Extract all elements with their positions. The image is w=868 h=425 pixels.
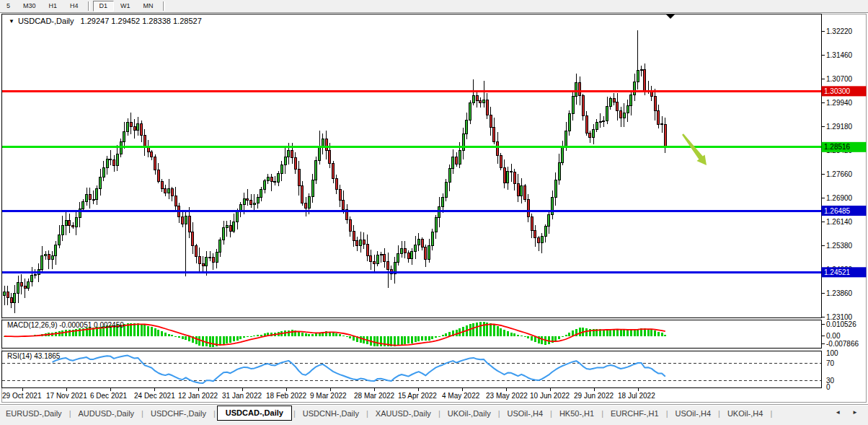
price-tick-label: 1.27660 xyxy=(826,170,853,178)
candle-body xyxy=(401,248,403,254)
candle-body xyxy=(363,240,365,245)
candle-body xyxy=(253,203,255,204)
price-tag-label: 1.26485 xyxy=(824,207,851,215)
period-mn-button[interactable]: MN xyxy=(137,1,160,12)
candle-body xyxy=(654,96,656,110)
price-tag-label: 1.24521 xyxy=(824,268,851,276)
candle-body xyxy=(445,183,447,198)
candle-body xyxy=(585,116,588,133)
tab-xauusd-daily[interactable]: XAUUSD-,Daily xyxy=(370,408,437,419)
chart-dropdown-icon[interactable]: ▼ xyxy=(9,18,14,25)
chart-canvas[interactable]: 1.322201.314601.307001.299401.291801.284… xyxy=(0,13,868,404)
candle-body xyxy=(55,245,57,255)
tab-separator: | xyxy=(68,408,73,419)
candle-body xyxy=(171,188,173,196)
candle-body xyxy=(637,70,639,82)
candle-body xyxy=(72,225,74,227)
tab-ukoil-daily[interactable]: UKOil-,Daily xyxy=(442,408,497,419)
tab-ukoil-h4[interactable]: UKOil-,H4 xyxy=(722,408,769,419)
candle-body xyxy=(82,202,84,209)
candle-body xyxy=(531,216,533,231)
macd-values: -0.000051 0.002450 xyxy=(59,321,124,329)
tab-separator: | xyxy=(437,408,442,419)
candle-body xyxy=(113,160,115,166)
candle-body xyxy=(45,254,47,255)
candle-body xyxy=(250,200,252,204)
period-d1-button[interactable]: D1 xyxy=(93,1,115,12)
tab-separator: | xyxy=(140,408,145,419)
tab-usoil-h4[interactable]: USOil-,H4 xyxy=(502,408,549,419)
candle-body xyxy=(92,200,94,201)
candle-body xyxy=(442,197,444,206)
rsi-axis-label: 100 xyxy=(826,349,838,357)
period-m30-button[interactable]: M30 xyxy=(17,1,43,12)
candle-body xyxy=(376,255,378,264)
candle-body xyxy=(425,247,427,259)
candle-body xyxy=(99,178,102,188)
candle-body xyxy=(10,297,12,303)
candle-body xyxy=(325,139,327,150)
candle-body xyxy=(507,171,509,183)
candle-body xyxy=(192,232,194,246)
tab-eurusd-daily[interactable]: EURUSD-,Daily xyxy=(0,408,68,419)
toolbar-separator xyxy=(88,1,90,11)
candle-body xyxy=(353,231,355,240)
candle-body xyxy=(257,197,259,203)
candle-body xyxy=(161,181,163,189)
tab-usdcnh-daily[interactable]: USDCNH-,Daily xyxy=(297,408,365,419)
tab-usdcad-daily[interactable]: USDCAD-,Daily xyxy=(217,406,292,421)
candle-body xyxy=(164,189,167,193)
tab-usoil-h4[interactable]: USOil-,H4 xyxy=(670,408,717,419)
candle-body xyxy=(380,254,382,255)
candle-body xyxy=(500,155,502,168)
timeframe-toolbar: 5M30H1H4D1W1MN xyxy=(0,0,868,13)
date-label: 31 Jan 2022 xyxy=(222,392,262,400)
candle-body xyxy=(205,257,208,266)
tab-usdchf-daily[interactable]: USDCHF-,Daily xyxy=(145,408,212,419)
tab-hk50-h1[interactable]: HK50-,H1 xyxy=(554,408,600,419)
tab-separator: | xyxy=(549,408,554,419)
macd-axis-label: 0.00 xyxy=(826,332,841,340)
candle-body xyxy=(472,96,474,103)
price-tick-label: 1.29180 xyxy=(826,123,853,131)
candle-body xyxy=(58,235,61,245)
tab-audusd-daily[interactable]: AUDUSD-,Daily xyxy=(72,408,140,419)
date-label: 12 Jan 2022 xyxy=(178,392,218,400)
candle-body xyxy=(106,159,108,168)
period-h4-button[interactable]: H4 xyxy=(63,1,85,12)
price-tick-label: 1.25380 xyxy=(826,242,853,250)
tab-scroll-right-icon[interactable]: ► xyxy=(852,409,858,416)
rsi-value: 43.1865 xyxy=(34,352,60,360)
candle-body xyxy=(308,197,310,208)
candle-body xyxy=(123,132,125,142)
candle-body xyxy=(61,225,63,235)
tab-scroll-left-icon[interactable]: ◄ xyxy=(835,409,841,416)
period-5-button[interactable]: 5 xyxy=(0,1,17,12)
candle-body xyxy=(634,82,636,95)
candle-body xyxy=(503,168,505,183)
candle-body xyxy=(479,101,482,102)
tab-eurchf-h1[interactable]: EURCHF-,H1 xyxy=(605,408,665,419)
candle-body xyxy=(17,282,19,294)
tab-separator: | xyxy=(769,408,774,419)
candle-body xyxy=(421,240,423,247)
period-w1-button[interactable]: W1 xyxy=(114,1,137,12)
period-h1-button[interactable]: H1 xyxy=(43,1,64,12)
candle-body xyxy=(202,264,204,266)
candle-body xyxy=(219,240,221,252)
candle-body xyxy=(428,246,430,259)
tab-separator: | xyxy=(600,408,605,419)
candle-body xyxy=(68,221,71,226)
candle-body xyxy=(407,253,409,259)
candle-body xyxy=(552,197,554,214)
candle-body xyxy=(209,257,211,258)
rsi-axis-label: 70 xyxy=(826,359,835,367)
candle-body xyxy=(41,256,43,270)
candle-body xyxy=(305,203,307,208)
tab-separator: | xyxy=(717,408,722,419)
candle-body xyxy=(640,69,642,70)
candle-body xyxy=(456,157,458,164)
rsi-name: RSI(14) xyxy=(7,352,32,360)
candle-body xyxy=(490,115,492,127)
candle-body xyxy=(657,111,660,125)
